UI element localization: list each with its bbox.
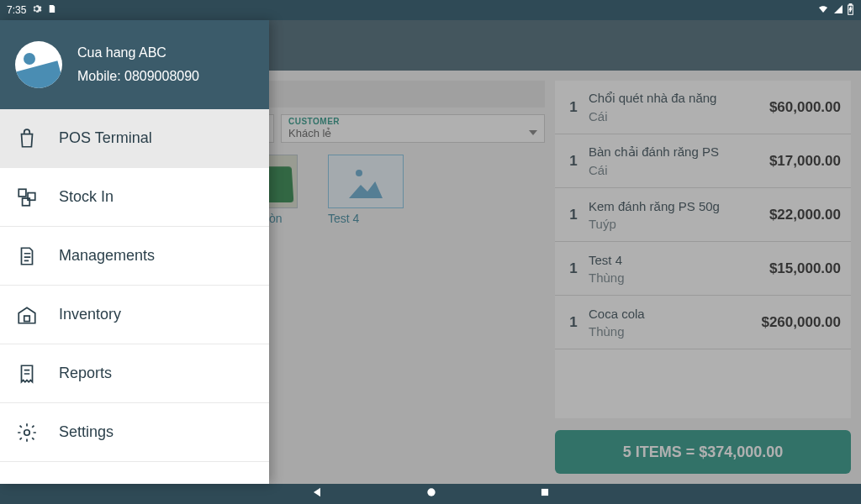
nav-drawer: Cua hang ABC Mobile: 0809008090 POS Term… xyxy=(0,20,269,484)
nav-managements[interactable]: Managements xyxy=(0,227,269,286)
avatar xyxy=(15,41,62,88)
boxes-icon xyxy=(15,186,39,209)
nav-label: POS Terminal xyxy=(59,129,152,147)
sd-icon xyxy=(47,3,56,17)
svg-rect-5 xyxy=(24,316,30,322)
gear-icon xyxy=(15,421,39,444)
document-icon xyxy=(15,244,39,268)
nav-label: Settings xyxy=(59,423,114,441)
svg-rect-8 xyxy=(541,489,548,496)
recent-button[interactable] xyxy=(539,486,551,501)
nav-label: Inventory xyxy=(59,306,121,323)
status-bar: 7:35 xyxy=(0,0,861,20)
svg-rect-2 xyxy=(18,189,26,197)
home-button[interactable] xyxy=(425,486,438,502)
drawer-header: Cua hang ABC Mobile: 0809008090 xyxy=(0,20,269,109)
svg-point-7 xyxy=(427,488,435,496)
signal-icon xyxy=(833,4,843,17)
status-time: 7:35 xyxy=(7,4,26,16)
warehouse-icon xyxy=(15,303,39,327)
android-navbar xyxy=(0,484,861,504)
nav-label: Reports xyxy=(59,365,112,382)
receipt-icon xyxy=(15,362,39,386)
nav-stock-in[interactable]: Stock In xyxy=(0,168,269,227)
svg-rect-4 xyxy=(23,198,30,206)
store-name: Cua hang ABC xyxy=(77,41,199,65)
store-mobile: Mobile: 0809008090 xyxy=(77,65,199,88)
nav-label: Managements xyxy=(59,247,155,265)
back-button[interactable] xyxy=(310,486,324,502)
gear-icon xyxy=(31,3,42,17)
battery-icon xyxy=(847,3,854,18)
nav-reports[interactable]: Reports xyxy=(0,344,269,403)
wifi-icon xyxy=(816,4,830,17)
nav-label: Stock In xyxy=(59,188,114,206)
svg-point-6 xyxy=(24,429,30,435)
nav-pos-terminal[interactable]: POS Terminal xyxy=(0,109,269,168)
nav-inventory[interactable]: Inventory xyxy=(0,286,269,344)
bag-icon xyxy=(15,127,39,150)
nav-settings[interactable]: Settings xyxy=(0,403,269,462)
svg-rect-1 xyxy=(849,3,852,4)
